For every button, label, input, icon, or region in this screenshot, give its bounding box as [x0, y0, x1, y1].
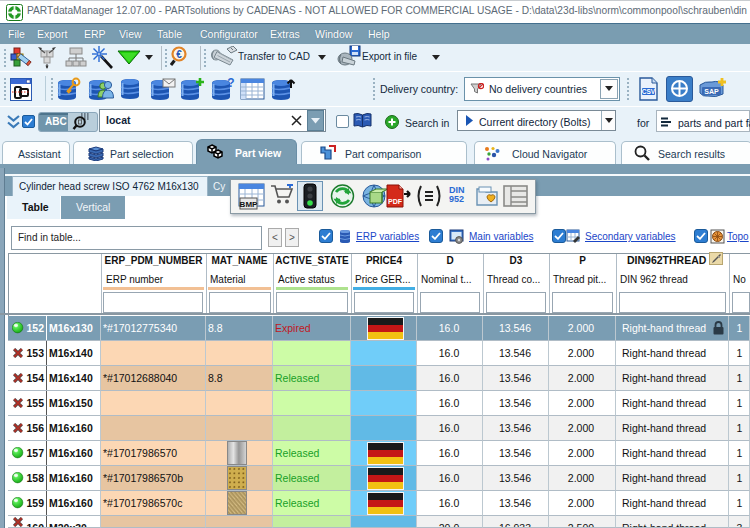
svg-text:PDF: PDF [388, 198, 403, 205]
svg-text:SAP: SAP [704, 88, 719, 95]
svg-text:?: ? [227, 77, 234, 90]
svg-text:BMP: BMP [240, 200, 258, 209]
svg-text:CSV: CSV [642, 88, 656, 95]
svg-text:€: € [176, 49, 182, 60]
